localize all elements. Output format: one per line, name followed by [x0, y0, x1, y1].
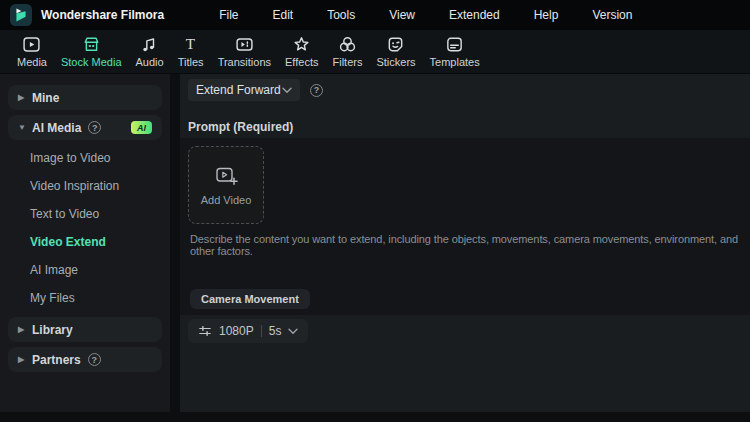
panel-header: Extend Forward ? Prompt (Required): [180, 74, 750, 138]
menu-version[interactable]: Version: [592, 4, 632, 26]
menubar: Wondershare Filmora File Edit Tools View…: [0, 0, 750, 30]
video-extend-panel: Extend Forward ? Prompt (Required): [180, 74, 750, 412]
partners-help-icon[interactable]: ?: [88, 353, 101, 366]
caret-down-icon: ▼: [18, 123, 30, 132]
tab-filters[interactable]: Filters: [325, 33, 369, 70]
sidebar-group-mine-label: Mine: [32, 91, 59, 105]
output-settings-button[interactable]: 1080P 5s: [188, 319, 308, 343]
tab-media[interactable]: Media: [10, 33, 54, 70]
resolution-value: 1080P: [219, 324, 254, 338]
extend-mode-dropdown[interactable]: Extend Forward: [188, 79, 300, 101]
filters-icon: [338, 35, 357, 54]
prompt-section-label: Prompt (Required): [188, 120, 740, 134]
caret-right-icon: ▶: [18, 93, 30, 102]
sidebar-item-my-files[interactable]: My Files: [0, 284, 170, 312]
stock-media-sidebar: ▶ Mine ▼ AI Media ? AI Image to Video Vi…: [0, 74, 170, 412]
tab-stock-media[interactable]: Stock Media: [54, 33, 129, 70]
tab-filters-label: Filters: [332, 56, 362, 68]
menu-extended[interactable]: Extended: [449, 4, 500, 26]
tab-transitions-label: Transitions: [218, 56, 271, 68]
tab-stickers[interactable]: Stickers: [369, 33, 422, 70]
sidebar-item-text-to-video[interactable]: Text to Video: [0, 200, 170, 228]
caret-right-icon: ▶: [18, 325, 30, 334]
sidebar-group-partners[interactable]: ▶ Partners ?: [8, 347, 162, 372]
sidebar-group-ai-media[interactable]: ▼ AI Media ? AI: [8, 115, 162, 140]
menu-file[interactable]: File: [219, 4, 238, 26]
duration-value: 5s: [269, 324, 282, 338]
settings-divider: [261, 325, 262, 337]
extend-mode-value: Extend Forward: [196, 83, 282, 97]
chevron-down-icon: [288, 328, 298, 335]
templates-icon: [445, 35, 464, 54]
ai-badge: AI: [131, 121, 152, 134]
camera-movement-button[interactable]: Camera Movement: [190, 289, 310, 309]
filmora-logo-icon: [10, 4, 32, 26]
menu-view[interactable]: View: [389, 4, 415, 26]
tab-audio[interactable]: Audio: [129, 33, 171, 70]
sidebar-group-partners-label: Partners: [32, 353, 81, 367]
ai-media-sublist: Image to Video Video Inspiration Text to…: [0, 144, 170, 312]
tab-transitions[interactable]: Transitions: [211, 33, 278, 70]
tab-stickers-label: Stickers: [376, 56, 415, 68]
output-settings-row: 1080P 5s: [180, 315, 750, 347]
stock-media-icon: [82, 35, 101, 54]
tab-effects-label: Effects: [285, 56, 318, 68]
app-title: Wondershare Filmora: [41, 8, 164, 22]
sidebar-group-ai-media-label: AI Media: [32, 121, 81, 135]
tab-media-label: Media: [17, 56, 47, 68]
menu-edit[interactable]: Edit: [272, 4, 293, 26]
sidebar-item-image-to-video[interactable]: Image to Video: [0, 144, 170, 172]
tab-effects[interactable]: Effects: [278, 33, 325, 70]
stickers-icon: [386, 35, 405, 54]
filmora-window: Wondershare Filmora File Edit Tools View…: [0, 0, 750, 422]
add-video-label: Add Video: [201, 194, 252, 206]
caret-right-icon: ▶: [18, 355, 30, 364]
audio-icon: [140, 35, 159, 54]
titles-icon: T: [181, 35, 200, 54]
ai-media-help-icon[interactable]: ?: [88, 121, 101, 134]
content-area: ▶ Mine ▼ AI Media ? AI Image to Video Vi…: [0, 74, 750, 412]
sidebar-item-video-extend[interactable]: Video Extend: [0, 228, 170, 256]
svg-text:T: T: [186, 35, 196, 52]
prompt-placeholder-text: Describe the content you want to extend,…: [188, 233, 742, 257]
extend-mode-help-icon[interactable]: ?: [310, 84, 323, 97]
menu-tools[interactable]: Tools: [327, 4, 355, 26]
tab-titles-label: Titles: [178, 56, 204, 68]
add-video-dropzone[interactable]: Add Video: [188, 146, 264, 224]
add-video-icon: [214, 165, 238, 187]
tab-titles[interactable]: T Titles: [171, 33, 211, 70]
tab-templates[interactable]: Templates: [423, 33, 487, 70]
media-type-toolbar: Media Stock Media Audio T Titles: [0, 30, 750, 74]
tab-stock-media-label: Stock Media: [61, 56, 122, 68]
sidebar-group-mine[interactable]: ▶ Mine: [8, 85, 162, 110]
sliders-icon: [198, 324, 212, 338]
effects-icon: [292, 35, 311, 54]
sidebar-group-library-label: Library: [32, 323, 73, 337]
window-bottom-edge: [0, 412, 750, 422]
tab-audio-label: Audio: [136, 56, 164, 68]
sidebar-item-video-inspiration[interactable]: Video Inspiration: [0, 172, 170, 200]
prompt-input-area[interactable]: Add Video Describe the content you want …: [180, 138, 750, 315]
chevron-down-icon: [282, 87, 292, 94]
menu-list: File Edit Tools View Extended Help Versi…: [219, 4, 666, 26]
media-icon: [22, 35, 41, 54]
menu-help[interactable]: Help: [534, 4, 559, 26]
sidebar-group-library[interactable]: ▶ Library: [8, 317, 162, 342]
transitions-icon: [235, 35, 254, 54]
sidebar-item-ai-image[interactable]: AI Image: [0, 256, 170, 284]
tab-templates-label: Templates: [430, 56, 480, 68]
